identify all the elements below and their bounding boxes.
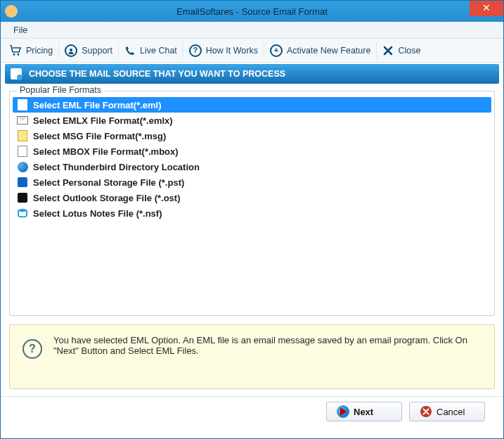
mbox-file-icon	[17, 146, 28, 157]
phone-icon	[124, 45, 136, 56]
banner-text: CHOOSE THE MAIL SOURCE THAT YOU WANT TO …	[29, 69, 285, 79]
help-icon: ?	[22, 339, 42, 359]
next-button[interactable]: Next	[326, 402, 402, 421]
cancel-icon	[420, 405, 432, 418]
format-label: Select Outlook Storage File (*.ost)	[33, 193, 180, 203]
format-option-ost[interactable]: Select Outlook Storage File (*.ost)	[13, 190, 491, 205]
info-panel: ? You have selected EML Option. An EML f…	[9, 324, 495, 389]
svg-point-2	[70, 49, 72, 51]
format-option-eml[interactable]: Select EML File Format(*.eml)	[13, 97, 491, 113]
format-option-nsf[interactable]: Select Lotus Notes File (*.nsf)	[13, 205, 491, 221]
window-title: EmailSoftares - Source Email Format	[1, 6, 503, 17]
menu-file[interactable]: File	[8, 24, 33, 37]
info-text: You have selected EML Option. An EML fil…	[53, 335, 482, 356]
format-option-msg[interactable]: Select MSG File Format(*.msg)	[13, 128, 491, 144]
toolbar-label: Live Chat	[140, 46, 177, 56]
svg-point-1	[18, 53, 20, 56]
toolbar-label: Support	[82, 46, 112, 56]
cancel-label: Cancel	[437, 407, 465, 417]
menu-bar: File	[1, 22, 503, 39]
format-label: Select MSG File Format(*.msg)	[33, 131, 166, 141]
banner-icon	[11, 68, 22, 79]
groupbox-title: Popular File Formats	[17, 85, 104, 95]
toolbar-label: Pricing	[26, 46, 53, 56]
format-label: Select Personal Storage File (*.pst)	[33, 177, 184, 188]
thunderbird-icon	[17, 161, 28, 172]
svg-point-3	[18, 209, 27, 212]
titlebar: EmailSoftares - Source Email Format ✕	[1, 1, 503, 22]
support-icon	[65, 44, 77, 57]
app-icon	[5, 5, 18, 18]
format-label: Select EMLX File Format(*.emlx)	[33, 115, 173, 126]
toolbar-label: Activate New Feature	[287, 46, 371, 56]
app-window: EmailSoftares - Source Email Format ✕ Fi…	[0, 0, 504, 439]
plus-icon: +	[270, 44, 283, 57]
format-label: Select Lotus Notes File (*.nsf)	[33, 208, 162, 219]
pst-file-icon	[17, 177, 28, 188]
toolbar-livechat[interactable]: Live Chat	[119, 43, 183, 58]
format-option-thunderbird[interactable]: Select Thunderbird Directory Location	[13, 159, 491, 174]
next-label: Next	[354, 407, 373, 417]
arrow-right-icon	[340, 407, 347, 416]
toolbar-pricing[interactable]: Pricing	[4, 43, 59, 58]
emlx-file-icon	[17, 115, 28, 126]
cart-icon	[9, 45, 22, 56]
content-area: Popular File Formats Select EML File For…	[1, 85, 503, 438]
ost-file-icon	[17, 192, 28, 203]
format-option-mbox[interactable]: Select MBOX File Format(*.mbox)	[13, 144, 491, 159]
msg-file-icon	[17, 130, 28, 141]
toolbar: Pricing Support Live Chat ? How It Works…	[1, 39, 503, 63]
toolbar-label: Close	[398, 46, 420, 56]
cancel-button[interactable]: Cancel	[409, 402, 485, 421]
format-label: Select Thunderbird Directory Location	[33, 162, 200, 172]
next-icon-bg	[337, 405, 349, 418]
toolbar-support[interactable]: Support	[59, 42, 119, 59]
nsf-file-icon	[17, 208, 28, 219]
section-banner: CHOOSE THE MAIL SOURCE THAT YOU WANT TO …	[5, 64, 499, 84]
format-list: Select EML File Format(*.eml) Select EML…	[13, 97, 491, 221]
svg-point-0	[13, 53, 15, 56]
question-icon: ?	[189, 44, 202, 57]
format-label: Select MBOX File Format(*.mbox)	[33, 146, 179, 157]
close-icon: ✕	[482, 2, 491, 13]
close-window-button[interactable]: ✕	[470, 1, 503, 16]
format-option-pst[interactable]: Select Personal Storage File (*.pst)	[13, 174, 491, 190]
toolbar-close[interactable]: Close	[377, 43, 426, 58]
toolbar-activate[interactable]: + Activate New Feature	[264, 42, 377, 59]
x-icon	[382, 45, 394, 56]
button-bar: Next Cancel	[9, 397, 495, 427]
formats-groupbox: Popular File Formats Select EML File For…	[9, 91, 495, 316]
eml-file-icon	[17, 99, 28, 110]
toolbar-label: How It Works	[206, 46, 258, 56]
format-label: Select EML File Format(*.eml)	[33, 100, 162, 110]
format-option-emlx[interactable]: Select EMLX File Format(*.emlx)	[13, 113, 491, 128]
toolbar-howitworks[interactable]: ? How It Works	[183, 42, 264, 59]
